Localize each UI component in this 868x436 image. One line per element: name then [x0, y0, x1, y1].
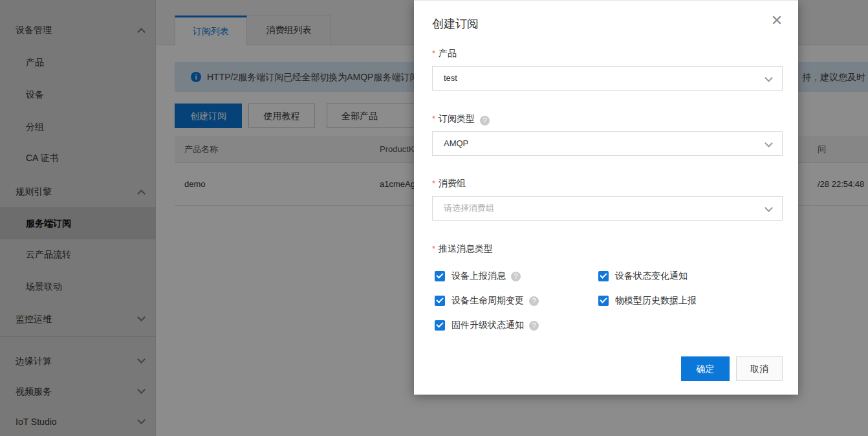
- help-icon[interactable]: [511, 272, 521, 281]
- cancel-button[interactable]: 取消: [736, 356, 783, 381]
- checkbox-label: 设备生命周期变更: [451, 295, 524, 307]
- product-select[interactable]: test: [432, 66, 783, 91]
- chevron-down-icon: [765, 139, 773, 147]
- checkbox-row: 设备生命周期变更 物模型历史数据上报: [414, 295, 798, 309]
- product-select-value: test: [444, 73, 457, 83]
- confirm-button[interactable]: 确定: [681, 356, 730, 381]
- subscription-type-select-value: AMQP: [444, 138, 468, 148]
- required-marker: *: [432, 114, 435, 124]
- subscription-type-select[interactable]: AMQP: [432, 131, 783, 156]
- required-marker: *: [432, 49, 435, 58]
- checkbox-checked-icon[interactable]: [435, 271, 445, 281]
- consumer-group-select[interactable]: 请选择消费组: [432, 196, 783, 221]
- consumer-group-field-label: *消费组: [432, 178, 466, 191]
- modal-title: 创建订阅: [432, 16, 479, 32]
- checkbox-firmware-upgrade-status[interactable]: 固件升级状态通知: [435, 320, 539, 331]
- close-icon[interactable]: ✕: [767, 11, 787, 30]
- product-field-label: *产品: [432, 48, 457, 61]
- checkbox-label: 设备上报消息: [451, 270, 506, 282]
- checkbox-checked-icon[interactable]: [435, 320, 445, 331]
- chevron-down-icon: [765, 74, 773, 82]
- checkbox-label: 设备状态变化通知: [615, 270, 688, 282]
- subscription-type-field-label: *订阅类型: [432, 113, 490, 126]
- modal-footer: 确定 取消: [681, 356, 783, 381]
- checkbox-checked-icon[interactable]: [598, 271, 609, 281]
- app-window: 概览 设备管理 产品 设备 分组 CA 证书 规则引擎 服务端订阅 云产品流转 …: [0, 0, 868, 436]
- chevron-down-icon: [765, 204, 773, 212]
- help-icon[interactable]: [480, 116, 490, 125]
- help-icon[interactable]: [529, 296, 539, 306]
- checkbox-row: 固件升级状态通知: [414, 320, 798, 334]
- checkbox-label: 固件升级状态通知: [451, 320, 524, 331]
- checkbox-thing-model-history-report[interactable]: 物模型历史数据上报: [598, 295, 697, 307]
- required-marker: *: [432, 244, 435, 254]
- checkbox-checked-icon[interactable]: [598, 296, 609, 306]
- checkbox-device-lifecycle-change[interactable]: 设备生命周期变更: [435, 295, 539, 307]
- checkbox-device-report-message[interactable]: 设备上报消息: [435, 270, 521, 282]
- checkbox-label: 物模型历史数据上报: [615, 295, 697, 307]
- checkbox-row: 设备上报消息 设备状态变化通知: [414, 270, 798, 285]
- required-marker: *: [432, 179, 435, 188]
- checkbox-device-status-change[interactable]: 设备状态变化通知: [598, 270, 688, 282]
- push-message-type-label: *推送消息类型: [432, 243, 493, 256]
- checkbox-checked-icon[interactable]: [435, 296, 445, 306]
- create-subscription-modal: 创建订阅 ✕ *产品 test *订阅类型 AMQP *消费组 请选择消费组 *…: [414, 0, 798, 395]
- consumer-group-placeholder: 请选择消费组: [444, 203, 494, 213]
- help-icon[interactable]: [529, 321, 539, 331]
